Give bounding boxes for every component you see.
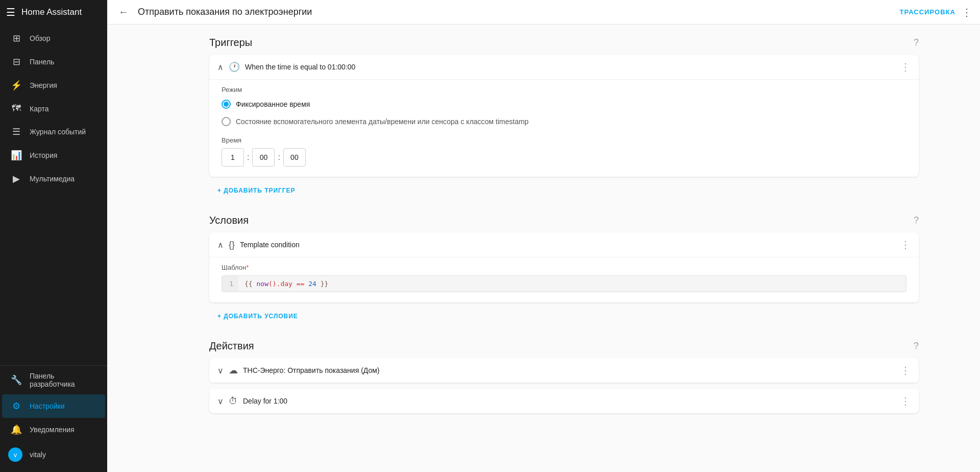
more-options-icon[interactable]: ⋮ [962, 6, 972, 18]
sidebar-item-overview[interactable]: ⊞ Обзор [2, 27, 105, 50]
condition-card-header: ∧ {} Template condition ⋮ [209, 232, 919, 257]
sidebar: ☰ Home Assistant ⊞ Обзор ⊟ Панель ⚡ Энер… [0, 0, 107, 472]
sidebar-header: ☰ Home Assistant [0, 0, 107, 25]
time-sep-1: : [246, 153, 250, 162]
condition-template-icon: {} [229, 240, 235, 250]
actions-title: Действия [209, 340, 910, 352]
triggers-help-icon[interactable]: ? [914, 37, 919, 48]
sidebar-item-events[interactable]: ☰ Журнал событий [2, 120, 105, 144]
action-card-1-label: ТНС-Энерго: Отправить показания (Дом) [243, 366, 895, 374]
back-button[interactable]: ← [115, 6, 132, 18]
time-hour-input[interactable]: 1 [222, 148, 244, 167]
main: ← Отправить показания по электроэнергии … [107, 0, 980, 472]
action1-cloud-icon: ☁ [229, 365, 238, 376]
add-condition-button[interactable]: + ДОБАВИТЬ УСЛОВИЕ [209, 309, 306, 324]
action2-chevron-icon[interactable]: ∨ [217, 396, 224, 406]
sidebar-item-label: История [30, 151, 57, 159]
condition-chevron-icon[interactable]: ∧ [217, 240, 224, 250]
triggers-header: Триггеры ? [209, 37, 919, 49]
condition-card-body: Шаблон* 1 {{ now().day == 24 }} [209, 257, 919, 302]
sidebar-bottom: 🔧 Панель разработчика ⚙ Настройки 🔔 Увед… [0, 365, 107, 472]
bell-icon: 🔔 [10, 424, 22, 435]
sidebar-item-energy[interactable]: ⚡ Энергия [2, 74, 105, 97]
action2-timer-icon: ⏱ [229, 396, 238, 407]
sidebar-item-label: Настройки [30, 402, 65, 410]
sidebar-item-panel[interactable]: ⊟ Панель [2, 50, 105, 74]
actions-section: Действия ? ∨ ☁ ТНС-Энерго: Отправить пок… [209, 340, 919, 413]
actions-header: Действия ? [209, 340, 919, 352]
page-title: Отправить показания по электроэнергии [138, 7, 894, 17]
sidebar-notifications[interactable]: 🔔 Уведомления [2, 418, 105, 441]
radio-fixed-circle [222, 100, 231, 109]
time-input-row: 1 : 00 : 00 [222, 148, 906, 167]
conditions-title: Условия [209, 215, 910, 226]
sidebar-item-label: Обзор [30, 34, 50, 42]
sidebar-user[interactable]: v vitaly [0, 441, 107, 468]
sidebar-item-developer[interactable]: 🔧 Панель разработчика [2, 366, 105, 394]
notifications-label: Уведомления [30, 426, 75, 434]
radio-fixed-label: Фиксированное время [236, 100, 310, 108]
action-card-1-header: ∨ ☁ ТНС-Энерго: Отправить показания (Дом… [209, 358, 919, 383]
history-icon: 📊 [10, 150, 22, 161]
trigger-radio-group: Фиксированное время Состояние вспомогате… [222, 100, 906, 126]
action1-card-menu-icon[interactable]: ⋮ [900, 364, 911, 376]
settings-icon: ⚙ [10, 400, 22, 412]
code-content[interactable]: {{ now().day == 24 }} [238, 276, 906, 292]
add-trigger-button[interactable]: + ДОБАВИТЬ ТРИГГЕР [209, 183, 304, 198]
developer-icon: 🔧 [10, 374, 22, 386]
sidebar-item-map[interactable]: 🗺 Карта [2, 97, 105, 120]
actions-help-icon[interactable]: ? [914, 341, 919, 351]
sidebar-item-label: Карта [30, 105, 48, 113]
app-title: Home Assistant [21, 7, 82, 17]
trigger-card-header: ∧ 🕐 When the time is equal to 01:00:00 ⋮ [209, 55, 919, 79]
sidebar-nav: ⊞ Обзор ⊟ Панель ⚡ Энергия 🗺 Карта ☰ Жур… [0, 25, 107, 361]
menu-icon[interactable]: ☰ [6, 6, 15, 18]
radio-helper-label: Состояние вспомогательного элемента даты… [236, 117, 529, 126]
time-minute-input[interactable]: 00 [252, 148, 275, 167]
trigger-card-body: Режим Фиксированное время Состояние вспо… [209, 79, 919, 177]
panel-icon: ⊟ [10, 56, 22, 67]
overview-icon: ⊞ [10, 33, 22, 44]
triggers-section: Триггеры ? ∧ 🕐 When the time is equal to… [209, 37, 919, 198]
sidebar-item-media[interactable]: ▶ Мультимедиа [2, 167, 105, 191]
media-icon: ▶ [10, 173, 22, 184]
sidebar-item-label: Энергия [30, 81, 57, 89]
template-label: Шаблон* [222, 264, 906, 271]
trigger-clock-icon: 🕐 [229, 61, 240, 73]
content-area: Триггеры ? ∧ 🕐 When the time is equal to… [107, 25, 980, 472]
radio-helper-state[interactable]: Состояние вспомогательного элемента даты… [222, 117, 906, 126]
time-sep-2: : [277, 153, 281, 162]
map-icon: 🗺 [10, 103, 22, 114]
trigger-card-menu-icon[interactable]: ⋮ [900, 61, 911, 73]
time-second-input[interactable]: 00 [283, 148, 306, 167]
trigger-chevron-icon[interactable]: ∧ [217, 62, 224, 72]
sidebar-item-settings[interactable]: ⚙ Настройки [2, 394, 105, 418]
conditions-header: Условия ? [209, 215, 919, 226]
condition-card-label: Template condition [240, 241, 895, 249]
trace-button[interactable]: ТРАССИРОВКА [900, 8, 955, 16]
username-label: vitaly [30, 451, 46, 459]
action-card-2-label: Delay for 1:00 [243, 397, 895, 405]
mode-label: Режим [222, 86, 906, 93]
action2-card-menu-icon[interactable]: ⋮ [900, 395, 911, 407]
action-card-1: ∨ ☁ ТНС-Энерго: Отправить показания (Дом… [209, 358, 919, 383]
trigger-card: ∧ 🕐 When the time is equal to 01:00:00 ⋮… [209, 55, 919, 177]
code-editor[interactable]: 1 {{ now().day == 24 }} [222, 275, 906, 292]
sidebar-item-history[interactable]: 📊 История [2, 144, 105, 167]
topbar: ← Отправить показания по электроэнергии … [107, 0, 980, 25]
sidebar-item-label: Панель разработчика [30, 372, 97, 388]
action-card-2: ∨ ⏱ Delay for 1:00 ⋮ [209, 389, 919, 413]
condition-card: ∧ {} Template condition ⋮ Шаблон* 1 {{ n… [209, 232, 919, 302]
condition-card-menu-icon[interactable]: ⋮ [900, 239, 911, 251]
time-label: Время [222, 136, 906, 144]
sidebar-item-label: Журнал событий [30, 128, 86, 136]
triggers-title: Триггеры [209, 37, 910, 49]
radio-helper-circle [222, 117, 231, 126]
avatar: v [8, 447, 22, 462]
energy-icon: ⚡ [10, 80, 22, 91]
conditions-help-icon[interactable]: ? [914, 215, 919, 226]
radio-fixed-time[interactable]: Фиксированное время [222, 100, 906, 109]
action1-chevron-icon[interactable]: ∨ [217, 366, 224, 375]
trigger-card-label: When the time is equal to 01:00:00 [245, 63, 895, 71]
sidebar-item-label: Панель [30, 58, 54, 66]
